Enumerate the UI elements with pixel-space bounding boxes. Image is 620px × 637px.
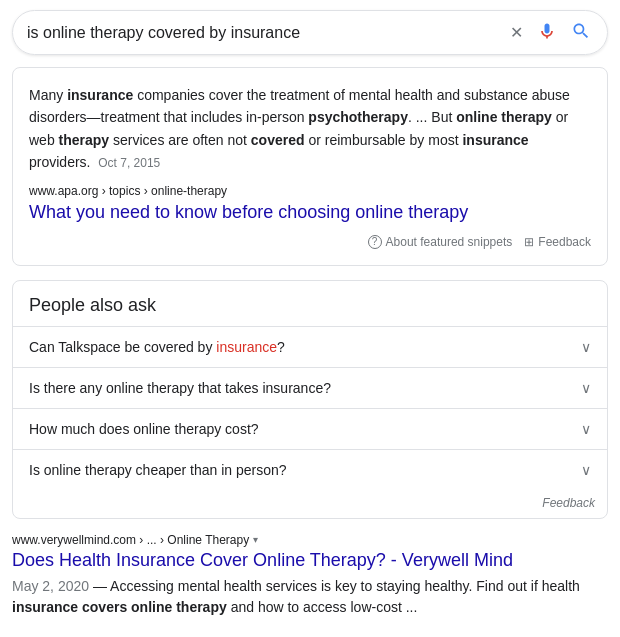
search-bar: ✕ [12, 10, 608, 55]
snippet-feedback-link[interactable]: ⊞ Feedback [524, 235, 591, 249]
chevron-down-icon-3: ∨ [581, 421, 591, 437]
flag-icon: ⊞ [524, 235, 534, 249]
snippet-date: Oct 7, 2015 [98, 156, 160, 170]
search-icon [571, 21, 591, 44]
paa-feedback-link[interactable]: Feedback [542, 496, 595, 510]
people-also-ask-box: People also ask Can Talkspace be covered… [12, 280, 608, 519]
snippet-title-link[interactable]: What you need to know before choosing on… [29, 202, 591, 223]
result-title-link[interactable]: Does Health Insurance Cover Online Thera… [12, 549, 608, 572]
paa-highlight-1: insurance [216, 339, 277, 355]
clear-icon: ✕ [510, 23, 523, 42]
chevron-down-icon-2: ∨ [581, 380, 591, 396]
paa-question-3: How much does online therapy cost? [29, 421, 259, 437]
paa-feedback-row: Feedback [13, 490, 607, 518]
question-circle-icon: ? [368, 235, 382, 249]
snippet-source-row: www.apa.org › topics › online-therapy [29, 182, 591, 198]
result-description: May 2, 2020 — Accessing mental health se… [12, 576, 608, 618]
search-button[interactable] [569, 19, 593, 46]
microphone-button[interactable] [535, 19, 559, 46]
snippet-text: Many insurance companies cover the treat… [29, 84, 591, 174]
paa-item-1[interactable]: Can Talkspace be covered by insurance? ∨ [13, 326, 607, 367]
paa-title: People also ask [13, 281, 607, 326]
result-date: May 2, 2020 [12, 578, 89, 594]
search-result-1: www.verywellmind.com › ... › Online Ther… [12, 533, 608, 618]
paa-item-4[interactable]: Is online therapy cheaper than in person… [13, 449, 607, 490]
clear-button[interactable]: ✕ [508, 21, 525, 44]
paa-question-1: Can Talkspace be covered by insurance? [29, 339, 285, 355]
result-source-row: www.verywellmind.com › ... › Online Ther… [12, 533, 608, 547]
paa-question-2: Is there any online therapy that takes i… [29, 380, 331, 396]
about-snippets-label: About featured snippets [386, 235, 513, 249]
chevron-down-icon-4: ∨ [581, 462, 591, 478]
microphone-icon [537, 21, 557, 44]
search-input[interactable] [27, 24, 508, 42]
dropdown-icon: ▾ [253, 534, 258, 545]
snippet-source: www.apa.org › topics › online-therapy [29, 184, 227, 198]
featured-snippet: Many insurance companies cover the treat… [12, 67, 608, 266]
paa-question-4: Is online therapy cheaper than in person… [29, 462, 287, 478]
paa-item-2[interactable]: Is there any online therapy that takes i… [13, 367, 607, 408]
snippet-feedback-label: Feedback [538, 235, 591, 249]
about-snippets-link[interactable]: ? About featured snippets [368, 235, 513, 249]
snippet-footer: ? About featured snippets ⊞ Feedback [29, 235, 591, 249]
result-source-text: www.verywellmind.com › ... › Online Ther… [12, 533, 249, 547]
chevron-down-icon-1: ∨ [581, 339, 591, 355]
paa-item-3[interactable]: How much does online therapy cost? ∨ [13, 408, 607, 449]
